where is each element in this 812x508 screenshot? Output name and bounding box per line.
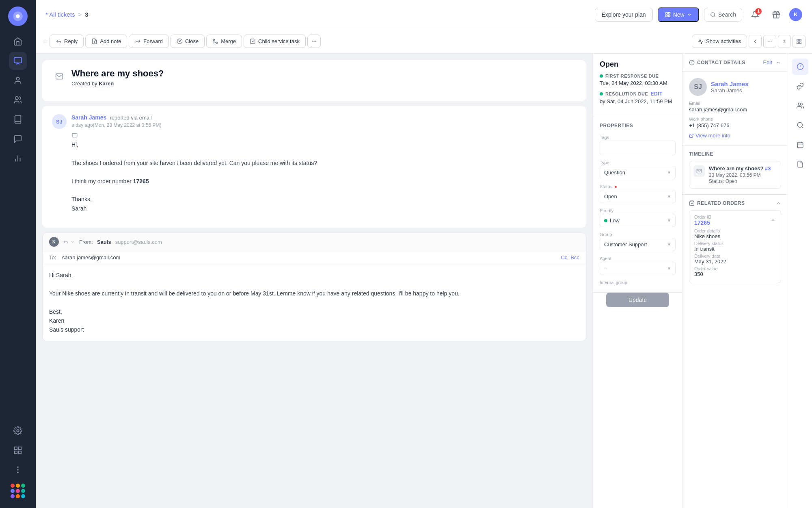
tags-input[interactable] — [600, 141, 676, 155]
contact-name[interactable]: Sarah James — [711, 80, 749, 87]
sidebar-item-analytics[interactable] — [9, 150, 27, 167]
ticket-title: Where are my shoes? — [71, 68, 164, 79]
prev-ticket-button[interactable] — [749, 35, 762, 48]
all-tickets-link[interactable]: * All tickets — [45, 11, 75, 18]
sidebar-item-knowledge[interactable] — [9, 111, 27, 128]
status-label: Status ● — [600, 184, 676, 189]
toolbar-dots-button[interactable]: ··· — [763, 35, 776, 48]
contact-panel: CONTACT DETAILS Edit SJ Sarah James Sara… — [682, 54, 788, 508]
svg-point-29 — [312, 41, 312, 41]
related-orders-collapse-icon[interactable] — [775, 200, 781, 206]
svg-rect-10 — [19, 447, 21, 449]
tags-label: Tags — [600, 135, 676, 140]
resolution-due-title: RESOLUTION DUE Edit — [600, 91, 676, 97]
order-value-label: Order value — [694, 266, 776, 271]
email-field-label: Email — [689, 101, 781, 106]
svg-point-3 — [16, 77, 19, 80]
rail-tree-icon[interactable] — [792, 98, 808, 114]
reply-undo-button[interactable] — [63, 239, 75, 245]
related-orders-section: RELATED ORDERS Order ID 17265 — [682, 195, 788, 289]
notification-badge: 1 — [755, 8, 762, 15]
child-service-task-button[interactable]: Child service task — [244, 35, 306, 48]
add-note-button[interactable]: Add note — [85, 35, 127, 48]
order-id-value[interactable]: 17265 — [694, 219, 711, 226]
svg-point-15 — [17, 472, 18, 473]
message-body: Hi, The shoes I ordered from your site h… — [71, 140, 577, 213]
cc-bcc-buttons[interactable]: Cc Bcc — [561, 254, 579, 261]
order-details-value: Nike shoes — [694, 233, 776, 239]
sidebar — [0, 0, 36, 508]
rail-search-icon[interactable] — [792, 117, 808, 133]
work-phone-value: +1 (855) 747 676 — [689, 122, 781, 128]
priority-select[interactable]: Low ▼ — [600, 214, 676, 227]
contact-header: CONTACT DETAILS Edit — [682, 54, 788, 72]
svg-rect-18 — [668, 15, 670, 17]
ticket-number: 3 — [85, 11, 88, 18]
merge-button[interactable]: Merge — [206, 35, 242, 48]
rail-document-icon[interactable] — [792, 156, 808, 172]
sidebar-item-integrations[interactable] — [9, 441, 27, 459]
toolbar-navigation: ··· — [749, 35, 806, 48]
sidebar-item-groups[interactable] — [9, 91, 27, 109]
user-avatar[interactable]: K — [789, 8, 802, 21]
forward-button[interactable]: Forward — [129, 35, 169, 48]
reply-button[interactable]: Reply — [50, 35, 84, 48]
close-button[interactable]: Close — [171, 35, 205, 48]
gift-button[interactable] — [768, 7, 784, 23]
ticket-created-by: Created by Karen — [71, 80, 164, 87]
svg-line-21 — [714, 15, 715, 17]
svg-rect-34 — [797, 42, 799, 43]
order-id-label: Order ID — [694, 215, 711, 219]
group-select[interactable]: Customer Support ▼ — [600, 238, 676, 251]
timeline-item-date: 23 May 2022, 03:56 PM — [709, 172, 771, 178]
contact-edit-link[interactable]: Edit — [763, 59, 772, 65]
svg-point-20 — [710, 12, 714, 16]
type-select[interactable]: Question ▼ — [600, 166, 676, 179]
search-button[interactable]: Search — [704, 8, 742, 22]
notifications-button[interactable]: 1 — [747, 7, 763, 23]
agent-select[interactable]: -- ▼ — [600, 262, 676, 275]
star-button[interactable]: ☆ — [42, 37, 48, 45]
sidebar-item-home[interactable] — [9, 33, 27, 50]
message-card: SJ Sarah James reported via email a day … — [42, 106, 586, 228]
rail-clock-icon[interactable] — [792, 137, 808, 153]
ticket-panel: Where are my shoes? Created by Karen SJ — [36, 54, 593, 508]
rail-link-icon[interactable] — [792, 78, 808, 94]
update-button[interactable]: Update — [606, 293, 669, 307]
contact-collapse-icon[interactable] — [775, 60, 781, 65]
layout-button[interactable] — [793, 35, 806, 48]
resolution-edit-link[interactable]: Edit — [650, 91, 662, 97]
contact-details-title: CONTACT DETAILS — [689, 60, 745, 65]
sidebar-item-more[interactable] — [9, 461, 27, 479]
svg-point-13 — [17, 467, 18, 468]
timeline-item-status: Status: Open — [709, 178, 771, 184]
order-expand-icon[interactable] — [770, 217, 776, 223]
email-field-value: sarah.james@gmail.com — [689, 106, 781, 113]
status-select[interactable]: Open ▼ — [600, 190, 676, 203]
k-badge: K — [49, 237, 59, 247]
sidebar-item-contacts[interactable] — [9, 72, 27, 89]
agent-label: Agent — [600, 256, 676, 261]
next-ticket-button[interactable] — [778, 35, 791, 48]
show-activities-button[interactable]: Show activities — [692, 35, 747, 48]
reply-body[interactable]: Hi Sarah, Your Nike shoes are currently … — [43, 264, 586, 341]
explore-plan-button[interactable]: Explore your plan — [595, 8, 653, 22]
timeline-item: Where are my shoes? #3 23 May 2022, 03:5… — [689, 161, 781, 189]
app-logo[interactable] — [8, 7, 28, 26]
timeline-item-title: Where are my shoes? #3 — [709, 165, 771, 172]
new-button[interactable]: New — [658, 7, 699, 22]
delivery-status-value: In transit — [694, 246, 776, 252]
svg-rect-19 — [665, 15, 667, 17]
rail-info-icon[interactable] — [792, 59, 808, 75]
timeline-section: Timeline Where are my shoes? #3 23 May 2… — [682, 145, 788, 195]
sidebar-item-settings[interactable] — [9, 422, 27, 440]
sidebar-item-tickets[interactable] — [9, 52, 27, 70]
sender-name[interactable]: Sarah James — [71, 114, 106, 121]
cc-button[interactable]: Cc — [561, 254, 567, 261]
bcc-button[interactable]: Bcc — [570, 254, 579, 261]
reply-compose-card: K From: Sauls support@sauls.com To: sara… — [42, 232, 586, 341]
more-options-button[interactable] — [307, 35, 321, 48]
view-more-info-link[interactable]: View more info — [689, 132, 781, 139]
contact-avatar: SJ — [689, 78, 707, 96]
sidebar-item-conversations[interactable] — [9, 130, 27, 148]
